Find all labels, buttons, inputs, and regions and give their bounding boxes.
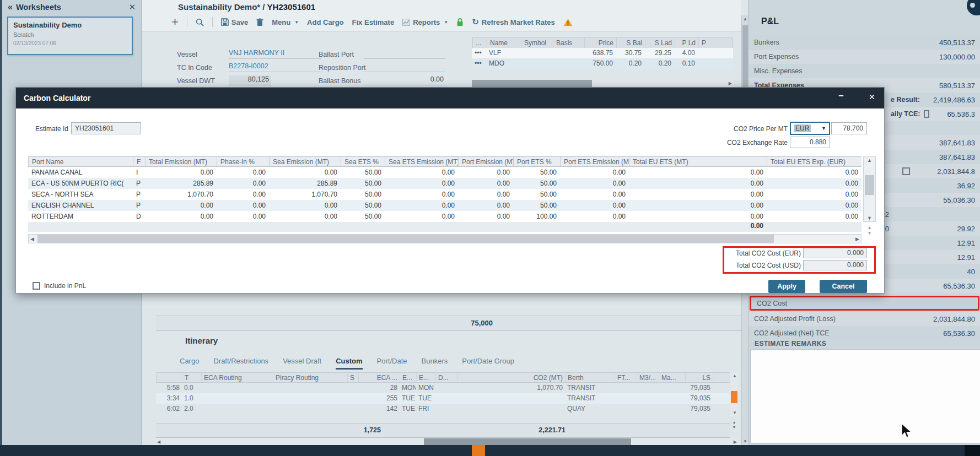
cell[interactable]: QUAY (565, 404, 615, 414)
cell[interactable]: 0.00 (269, 200, 341, 211)
tab-cargo[interactable]: Cargo (180, 357, 199, 370)
total-co2-eur-field[interactable]: 0.000 (803, 248, 867, 258)
cell[interactable] (698, 48, 732, 58)
cell[interactable]: ECA - US 50NM PUERTO RIC( (28, 178, 133, 189)
column-header[interactable]: Phase-In % (217, 157, 269, 166)
column-header[interactable] (713, 373, 730, 382)
cell[interactable]: 4.00 (674, 48, 698, 58)
column-header[interactable]: ... (472, 38, 487, 48)
cell[interactable]: 0.00 (217, 211, 269, 222)
column-header[interactable]: Port Name (28, 157, 133, 166)
cell[interactable]: 50.00 (513, 178, 560, 189)
cell[interactable]: 142 (358, 404, 400, 414)
cell[interactable]: 0.00 (560, 200, 629, 211)
cell[interactable]: ROTTERDAM (28, 211, 133, 222)
emissions-table-spinner[interactable]: ▲▼ (863, 225, 876, 236)
cell[interactable]: 50.00 (513, 200, 560, 211)
cell[interactable]: 285.89 (145, 178, 217, 189)
close-icon[interactable]: ✕ (869, 93, 875, 101)
fix-estimate-button[interactable]: Fix Estimate (352, 18, 395, 26)
column-header[interactable]: Berth (565, 373, 615, 382)
cell[interactable]: 6:02 (156, 404, 182, 414)
cell[interactable]: P (133, 189, 145, 200)
scrollbar-thumb[interactable] (742, 25, 748, 94)
cell[interactable]: 1,070.70 (457, 383, 565, 393)
cell[interactable]: 29.25 (644, 48, 674, 58)
column-header[interactable]: Port Emission (MT) (458, 157, 513, 166)
column-header[interactable]: Total Emission (MT) (145, 157, 217, 166)
cell[interactable]: 5:58 (156, 383, 182, 393)
cell[interactable]: 0.00 (560, 167, 629, 178)
tab-port-date[interactable]: Port/Date (377, 357, 407, 370)
cell[interactable]: 0.00 (217, 200, 269, 211)
cell[interactable] (713, 404, 730, 414)
scrollbar-thumb[interactable] (865, 175, 874, 195)
cell[interactable] (273, 404, 347, 414)
column-header[interactable]: Symbol (521, 38, 553, 48)
column-header[interactable]: Basis (553, 38, 584, 48)
co2-exchange-rate-input[interactable]: 0.880 (790, 137, 830, 148)
scrollbar-thumb[interactable] (472, 80, 592, 87)
cell[interactable]: 0.00 (629, 200, 767, 211)
cell[interactable]: 0.20 (616, 58, 644, 69)
column-header[interactable]: T (182, 373, 201, 382)
cell[interactable] (659, 393, 685, 404)
table-row[interactable]: PANAMA CANALI0.000.000.0050.000.000.0050… (28, 167, 861, 178)
cell[interactable] (201, 404, 273, 414)
cell[interactable]: MON (400, 383, 416, 393)
cell[interactable]: 0.00 (629, 211, 767, 222)
cell[interactable] (347, 393, 358, 404)
cell[interactable]: P (133, 200, 145, 211)
column-header[interactable]: S Lad (645, 38, 675, 48)
cell[interactable] (273, 393, 347, 404)
worksheet-card[interactable]: Sustainability Demo Scratch 02/13/2023 0… (7, 17, 133, 55)
scroll-down-icon[interactable]: ▼ (743, 439, 747, 444)
cell[interactable]: 1,070.70 (269, 189, 341, 200)
ballast-port-field[interactable] (364, 49, 445, 59)
cell[interactable]: P (133, 178, 145, 189)
minimize-icon[interactable]: − (838, 91, 843, 101)
include-in-pnl-checkbox[interactable] (33, 282, 40, 290)
table-row[interactable]: ROTTERDAMD0.000.000.0050.000.000.00100.0… (28, 211, 861, 222)
tc-in-code-field[interactable]: B2278-I0002 (229, 62, 321, 72)
cell[interactable]: 50.00 (341, 200, 385, 211)
market-rates-hscrollbar[interactable]: ▶ (472, 80, 733, 87)
scroll-right-icon[interactable]: ▶ (729, 81, 733, 86)
scroll-down-icon[interactable]: ▼ (867, 215, 872, 221)
column-header[interactable]: M3/... (637, 373, 659, 382)
cell[interactable]: 0.00 (560, 211, 629, 222)
table-row[interactable]: 3:341.0255TUETUETRANSIT79,035 (156, 393, 730, 404)
cell[interactable]: 0.00 (385, 189, 458, 200)
cell[interactable]: 0.00 (767, 211, 861, 222)
table-row[interactable]: •••VLF638.7530.7529.254.00 (472, 48, 733, 58)
column-header[interactable]: ECA Routing (201, 373, 273, 382)
cell[interactable]: 0.00 (629, 167, 767, 178)
cell[interactable]: 79,035 (685, 393, 713, 404)
scroll-left-icon[interactable]: ◀ (30, 236, 34, 242)
cell[interactable]: 100.00 (513, 211, 560, 222)
itinerary-spinner[interactable]: ▲▼ (730, 420, 738, 430)
itinerary-vscrollbar[interactable]: ▲ ▼ (730, 372, 738, 416)
new-button[interactable]: + (171, 17, 179, 28)
cell[interactable]: 0.00 (458, 167, 513, 178)
cell[interactable] (457, 393, 565, 404)
cell[interactable]: 0.0 (182, 383, 201, 393)
column-header[interactable]: Piracy Routing (273, 373, 347, 382)
cell[interactable] (201, 393, 273, 404)
cell[interactable] (659, 383, 685, 393)
cell[interactable]: 255 (358, 393, 400, 404)
menu-button[interactable]: Menu▼ (272, 18, 299, 26)
cell[interactable] (713, 383, 730, 393)
cell[interactable]: TRANSIT (565, 383, 615, 393)
save-button[interactable]: Save (221, 18, 248, 26)
cell[interactable]: 0.00 (629, 178, 767, 189)
table-row[interactable]: 5:580.028MONMON1,070.70TRANSIT79,035 (156, 383, 730, 393)
cell[interactable]: MON (416, 383, 435, 393)
column-header[interactable]: F (133, 157, 145, 166)
cell[interactable]: 0.00 (145, 167, 217, 178)
scrollbar-thumb[interactable] (37, 235, 774, 243)
add-cargo-button[interactable]: Add Cargo (307, 18, 343, 26)
column-header[interactable]: Sea ETS % (341, 157, 385, 166)
co2-price-input[interactable]: 78.700 (831, 122, 867, 134)
scrollbar-thumb[interactable] (731, 391, 737, 403)
